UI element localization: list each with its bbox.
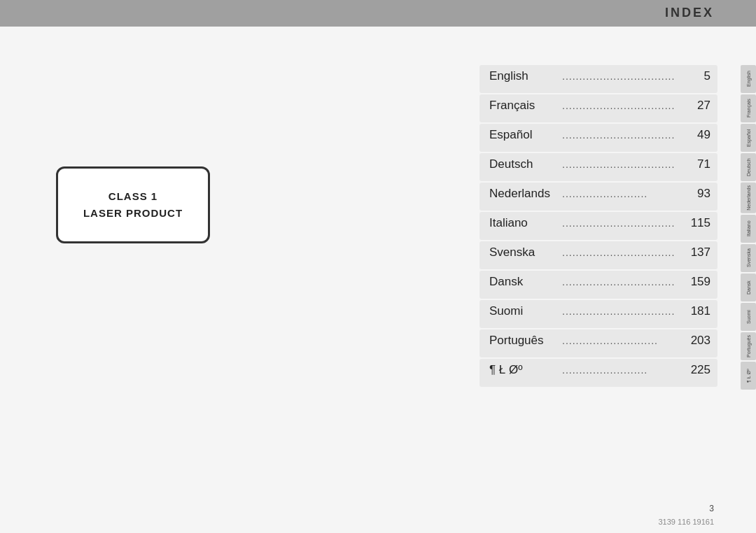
index-row: Nederlands.........................93 xyxy=(479,183,718,211)
index-label: Español xyxy=(489,128,559,142)
index-label: Nederlands xyxy=(489,187,559,201)
index-page: 93 xyxy=(691,187,710,201)
main-content: CLASS 1 LASER PRODUCT English...........… xyxy=(0,27,756,533)
index-row: Français................................… xyxy=(479,94,718,122)
index-page: 181 xyxy=(691,304,710,318)
page-number: 3 xyxy=(709,504,714,513)
index-row: English.................................… xyxy=(479,65,718,93)
tab-label[interactable]: Svenska xyxy=(741,244,756,272)
catalog-number: 3139 116 19161 xyxy=(658,518,714,526)
index-row: Svenska.................................… xyxy=(479,241,718,269)
index-row: Suomi.................................18… xyxy=(479,300,718,328)
index-title: INDEX xyxy=(665,6,714,20)
index-dots: ................................. xyxy=(559,100,691,111)
tab-label[interactable]: Suomi xyxy=(741,303,756,331)
index-dots: ................................. xyxy=(559,247,691,258)
tab-label[interactable]: Deutsch xyxy=(741,153,756,181)
index-label: Italiano xyxy=(489,216,559,230)
index-dots: ............................ xyxy=(559,335,691,346)
index-label: English xyxy=(489,69,559,83)
top-bar xyxy=(0,0,756,27)
index-dots: ................................. xyxy=(559,129,691,141)
index-dots: ................................. xyxy=(559,276,691,287)
index-label: ¶ Ł Øº xyxy=(489,363,559,377)
tab-label[interactable]: Italiano xyxy=(741,215,756,243)
tab-label[interactable]: ¶ Ł Øº xyxy=(741,362,756,390)
index-label: Svenska xyxy=(489,246,559,260)
index-page: 159 xyxy=(691,275,710,289)
index-dots: ................................. xyxy=(559,218,691,229)
index-row: Español.................................… xyxy=(479,124,718,152)
index-dots: ................................. xyxy=(559,71,691,82)
index-dots: ................................. xyxy=(559,159,691,170)
laser-box-container: CLASS 1 LASER PRODUCT xyxy=(56,166,210,243)
tab-label[interactable]: English xyxy=(741,65,756,93)
index-page: 71 xyxy=(691,157,710,171)
index-row: Deutsch.................................… xyxy=(479,153,718,181)
index-dots: ......................... xyxy=(559,364,691,376)
index-label: Deutsch xyxy=(489,157,559,171)
tab-labels: EnglishFrançaisEspañolDeutschNederlandsI… xyxy=(741,65,756,391)
index-row: Dansk.................................15… xyxy=(479,271,718,299)
index-page: 5 xyxy=(691,69,710,83)
index-label: Português xyxy=(489,334,559,348)
index-dots: ................................. xyxy=(559,306,691,317)
index-page: 203 xyxy=(691,334,710,348)
index-row: Português............................203 xyxy=(479,329,718,357)
laser-line2: LASER PRODUCT xyxy=(83,207,183,219)
index-page: 137 xyxy=(691,246,710,260)
index-label: Français xyxy=(489,99,559,113)
tab-label[interactable]: Português xyxy=(741,332,756,360)
tab-label[interactable]: Nederlands xyxy=(741,183,756,213)
index-page: 49 xyxy=(691,128,710,142)
index-row: ¶ Ł Øº.........................225 xyxy=(479,359,718,387)
index-label: Suomi xyxy=(489,304,559,318)
index-table: English.................................… xyxy=(479,65,718,388)
tab-label[interactable]: Français xyxy=(741,94,756,122)
index-page: 115 xyxy=(691,216,710,230)
tab-label[interactable]: Dansk xyxy=(741,273,756,301)
index-label: Dansk xyxy=(489,275,559,289)
laser-line1: CLASS 1 xyxy=(108,190,158,202)
index-page: 225 xyxy=(691,363,710,377)
laser-box-text: CLASS 1 LASER PRODUCT xyxy=(83,188,183,222)
laser-box: CLASS 1 LASER PRODUCT xyxy=(56,166,210,243)
index-dots: ......................... xyxy=(559,188,691,199)
tab-label[interactable]: Español xyxy=(741,124,756,152)
index-row: Italiano................................… xyxy=(479,212,718,240)
index-page: 27 xyxy=(691,99,710,113)
